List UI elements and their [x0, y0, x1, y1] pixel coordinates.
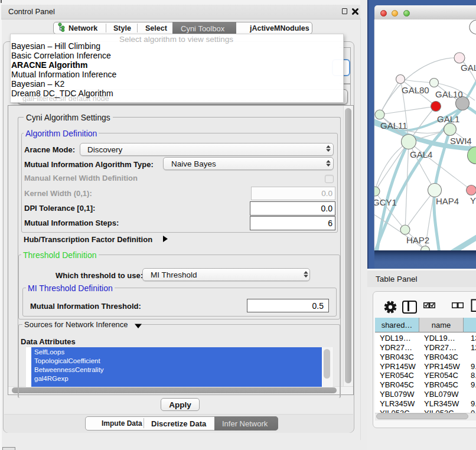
svg-text:HAP2: HAP2 [406, 235, 429, 245]
svg-text:GAL4: GAL4 [410, 149, 432, 159]
svg-text:SWI4: SWI4 [450, 136, 472, 146]
svg-text:Y: Y [470, 195, 476, 206]
svg-text:HAP4: HAP4 [436, 196, 459, 206]
svg-text:GAL1: GAL1 [437, 114, 459, 124]
svg-text:GAL7: GAL7 [461, 63, 476, 73]
svg-text:GAL80: GAL80 [402, 85, 429, 95]
svg-text:GAL11: GAL11 [380, 120, 407, 131]
svg-text:GAL10: GAL10 [435, 89, 463, 99]
svg-text:GCY1: GCY1 [374, 197, 397, 207]
